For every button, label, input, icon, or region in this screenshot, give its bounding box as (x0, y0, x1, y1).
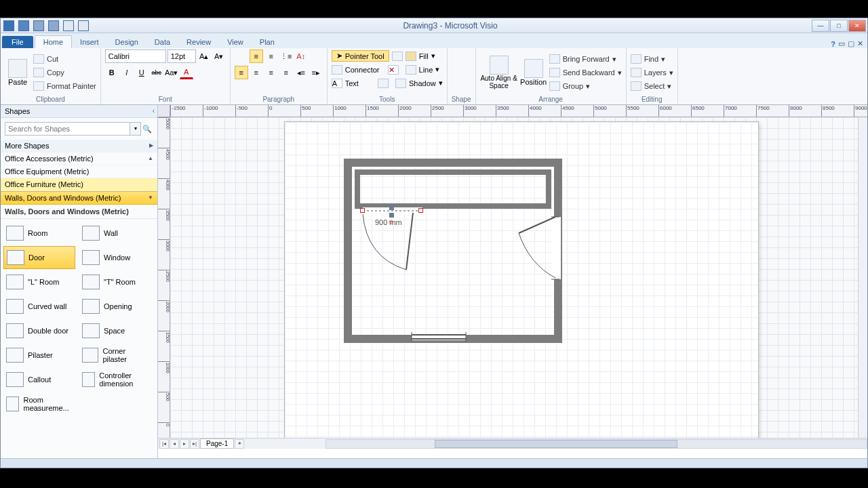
shape-item[interactable]: Curved wall (3, 295, 75, 318)
bring-forward-button[interactable]: Bring Forward ▾ (549, 53, 622, 65)
next-page-button[interactable]: ▸ (180, 439, 189, 449)
viewport[interactable]: 900 mm (170, 117, 858, 438)
save-icon[interactable] (18, 20, 29, 31)
hscroll-thumb[interactable] (435, 440, 678, 448)
align-right-button[interactable]: ≡ (264, 66, 278, 79)
paint-bucket-icon[interactable] (406, 52, 416, 61)
shape-item[interactable]: Corner pilaster (79, 344, 151, 367)
align-left-button[interactable]: ≡ (235, 66, 248, 79)
group-button[interactable]: Group ▾ (549, 80, 622, 92)
refresh-icon[interactable] (378, 79, 389, 88)
vertical-scrollbar[interactable] (858, 117, 867, 438)
copy-button[interactable]: Copy (33, 66, 96, 79)
font-size-combo[interactable]: 12pt (167, 49, 196, 63)
shape-item[interactable]: Opening (79, 295, 151, 318)
shadow-icon[interactable] (395, 79, 406, 88)
align-middle-button[interactable]: ≡ (264, 49, 278, 63)
fill-label[interactable]: Fill (419, 52, 429, 60)
bullets-button[interactable]: ⋮≡ (279, 49, 293, 63)
position-button[interactable]: Position (521, 59, 547, 86)
shape-item[interactable]: Callout (3, 368, 75, 391)
file-tab[interactable]: File (2, 36, 33, 48)
shape-item[interactable]: Pilaster (3, 344, 75, 367)
shape-item[interactable]: Room (3, 222, 75, 245)
close-button[interactable]: ✕ (848, 20, 866, 32)
align-center-button[interactable]: ≡ (250, 66, 263, 79)
layers-button[interactable]: Layers ▾ (631, 66, 673, 79)
line-icon[interactable] (406, 65, 416, 75)
selection-handle[interactable] (360, 208, 365, 213)
tab-review[interactable]: Review (178, 36, 219, 48)
tab-data[interactable]: Data (146, 36, 178, 48)
autoalign-button[interactable]: Auto Align & Space (480, 56, 518, 89)
line-label[interactable]: Line (419, 66, 433, 74)
new-icon[interactable] (63, 20, 74, 31)
drawing-page[interactable]: 900 mm (284, 121, 759, 438)
align-top-button[interactable]: ≡ (250, 49, 263, 63)
tab-view[interactable]: View (219, 36, 252, 48)
category-row[interactable]: Office Accessories (Metric)▲ (1, 152, 157, 165)
scroll-up-icon[interactable]: ▲ (148, 155, 153, 161)
send-backward-button[interactable]: Send Backward ▾ (549, 66, 622, 79)
tab-insert[interactable]: Insert (72, 36, 107, 48)
tab-home[interactable]: Home (35, 35, 72, 48)
shape-item[interactable]: Double door (3, 319, 75, 342)
rect-tool-icon[interactable] (392, 52, 403, 61)
selection-handle[interactable] (418, 208, 423, 213)
dropdown-icon[interactable] (78, 20, 89, 31)
tab-plan[interactable]: Plan (252, 36, 283, 48)
shape-item[interactable]: Door (3, 246, 75, 269)
shrink-font-button[interactable]: A▾ (212, 49, 226, 63)
increase-indent-button[interactable]: ≡▸ (309, 66, 323, 79)
case-button[interactable]: Aa▾ (165, 66, 178, 79)
format-painter-button[interactable]: Format Painter (33, 80, 96, 92)
undo-icon[interactable] (33, 20, 44, 31)
scroll-down-icon[interactable]: ▼ (148, 195, 153, 201)
underline-button[interactable]: U (135, 66, 149, 79)
prev-page-button[interactable]: ◂ (170, 439, 179, 449)
font-name-combo[interactable]: Calibri (105, 49, 166, 63)
selection-midhandle[interactable] (389, 205, 394, 210)
redo-icon[interactable] (48, 20, 59, 31)
ruler-horizontal[interactable]: -1500-1000-50005001000150020002500300035… (170, 105, 867, 117)
category-row[interactable]: Walls, Doors and Windows (Metric)▼ (1, 191, 157, 205)
page-tab[interactable]: Page-1 (200, 439, 234, 449)
new-page-button[interactable]: ✶ (235, 439, 244, 449)
horizontal-scrollbar[interactable] (326, 439, 867, 449)
cut-button[interactable]: Cut (33, 53, 96, 65)
shape-item[interactable]: Wall (79, 222, 151, 245)
shape-item[interactable]: Window (79, 246, 151, 269)
tab-design[interactable]: Design (107, 36, 146, 48)
italic-button[interactable]: I (120, 66, 134, 79)
delete-icon[interactable]: ✕ (388, 65, 399, 75)
first-page-button[interactable]: |◂ (159, 439, 169, 449)
font-color-button[interactable]: A (180, 66, 193, 79)
minimize-button[interactable]: — (812, 20, 829, 32)
selection-midhandle[interactable] (389, 213, 394, 218)
strike-button[interactable]: abc (150, 66, 163, 79)
help-icon[interactable]: ? (831, 40, 835, 48)
close-panel-icon[interactable]: ‹ (153, 107, 155, 115)
shape-item[interactable]: Room measureme... (3, 392, 75, 415)
paste-button[interactable]: Paste (5, 59, 31, 86)
bold-button[interactable]: B (105, 66, 119, 79)
connector-button[interactable]: Connector (345, 66, 380, 74)
more-shapes-row[interactable]: More Shapes▶ (1, 140, 157, 152)
shape-item[interactable]: "L" Room (3, 270, 75, 293)
shape-item[interactable]: Controller dimension (79, 368, 151, 391)
category-row[interactable]: Office Equipment (Metric) (1, 165, 157, 178)
select-button[interactable]: Select ▾ (631, 80, 673, 92)
maximize-button[interactable]: □ (830, 20, 848, 32)
shape-item[interactable]: "T" Room (79, 270, 151, 293)
pointer-tool-button[interactable]: ➤Pointer Tool (332, 50, 389, 62)
text-tool-button[interactable]: Text (345, 79, 359, 87)
search-dropdown-icon[interactable]: ▾ (130, 122, 141, 136)
text-direction-button[interactable]: A↕ (294, 49, 308, 63)
ruler-vertical[interactable]: 5000450040003500300025002000150010005000… (158, 117, 170, 438)
find-button[interactable]: Find ▾ (631, 53, 673, 65)
last-page-button[interactable]: ▸| (190, 439, 199, 449)
shapes-search-input[interactable] (5, 122, 130, 136)
minimize-ribbon-icon[interactable]: ▭ (838, 39, 845, 48)
shape-item[interactable]: Space (79, 319, 151, 342)
align-justify-button[interactable]: ≡ (279, 66, 293, 79)
